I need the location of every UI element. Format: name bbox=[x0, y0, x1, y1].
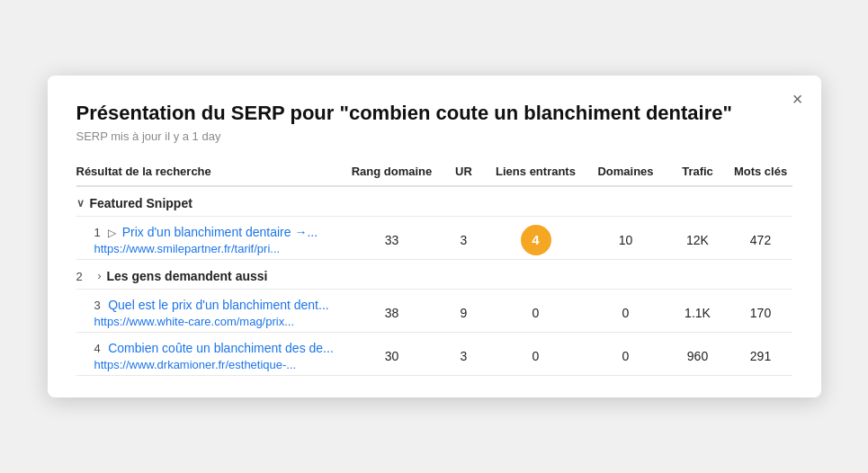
col-domaines-value: 10 bbox=[586, 233, 667, 247]
col-ur-3: 9 bbox=[442, 306, 487, 320]
result-title-link[interactable]: Prix d'un blanchiment dentaire →... bbox=[122, 225, 318, 239]
liens-badge: 4 bbox=[521, 225, 551, 255]
col-trafic-value: 12K bbox=[667, 233, 729, 247]
col-rang-3: 38 bbox=[343, 306, 442, 320]
les-gens-chevron: › bbox=[98, 270, 102, 282]
col-rang-4: 30 bbox=[343, 349, 442, 363]
result-url-link-4[interactable]: https://www.drkamioner.fr/esthetique-... bbox=[94, 358, 343, 371]
result-url-link[interactable]: https://www.smilepartner.fr/tarif/pri... bbox=[94, 242, 343, 255]
col-liens-4: 0 bbox=[487, 349, 586, 363]
result-title-link-4[interactable]: Combien coûte un blanchiment des de... bbox=[108, 341, 334, 355]
col-trafic-3: 1.1K bbox=[667, 306, 729, 320]
result-cell-3: 3 Quel est le prix d'un blanchiment dent… bbox=[76, 297, 343, 328]
table-row: 1 ▷ Prix d'un blanchiment dentaire →... … bbox=[76, 217, 792, 260]
result-rank-4: 4 bbox=[94, 342, 101, 355]
col-domaines-3: 0 bbox=[586, 306, 667, 320]
serp-modal: × Présentation du SERP pour "combien cou… bbox=[48, 76, 821, 398]
col-header-mots: Mots clés bbox=[729, 165, 792, 178]
modal-subtitle: SERP mis à jour il y a 1 day bbox=[76, 129, 792, 143]
les-gens-number: 2 bbox=[76, 270, 98, 283]
col-domaines-4: 0 bbox=[586, 349, 667, 363]
serp-table: Résultat de la recherche Rang domaine UR… bbox=[76, 165, 792, 376]
result-rank: 1 bbox=[94, 226, 101, 239]
table-header: Résultat de la recherche Rang domaine UR… bbox=[76, 165, 792, 187]
col-header-liens: Liens entrants bbox=[487, 165, 586, 178]
table-row: 4 Combien coûte un blanchiment des de...… bbox=[76, 333, 792, 376]
result-rank-3: 3 bbox=[94, 299, 101, 312]
col-rang-value: 33 bbox=[343, 233, 442, 247]
featured-snippet-chevron: ∨ bbox=[76, 197, 85, 210]
col-header-result: Résultat de la recherche bbox=[76, 165, 343, 178]
result-type-icon: ▷ bbox=[108, 227, 116, 239]
result-cell: 1 ▷ Prix d'un blanchiment dentaire →... … bbox=[76, 224, 343, 255]
col-liens-3: 0 bbox=[487, 306, 586, 320]
result-url-link-3[interactable]: https://www.white-care.com/mag/prix... bbox=[94, 315, 343, 328]
col-header-rang: Rang domaine bbox=[343, 165, 442, 178]
featured-snippet-label: Featured Snippet bbox=[90, 196, 192, 210]
featured-snippet-section-header[interactable]: ∨ Featured Snippet bbox=[76, 187, 792, 217]
result-title-link-3[interactable]: Quel est le prix d'un blanchiment dent..… bbox=[108, 298, 328, 312]
col-ur-4: 3 bbox=[442, 349, 487, 363]
les-gens-label: Les gens demandent aussi bbox=[107, 269, 268, 283]
result-cell-4: 4 Combien coûte un blanchiment des de...… bbox=[76, 340, 343, 371]
col-header-trafic: Trafic bbox=[667, 165, 729, 178]
col-liens-value: 4 bbox=[487, 225, 586, 255]
les-gens-section-header[interactable]: 2 › Les gens demandent aussi bbox=[76, 260, 792, 290]
col-mots-value: 472 bbox=[729, 233, 792, 247]
col-ur-value: 3 bbox=[442, 233, 487, 247]
col-mots-4: 291 bbox=[729, 349, 792, 363]
col-header-domaines: Domaines bbox=[586, 165, 667, 178]
table-row: 3 Quel est le prix d'un blanchiment dent… bbox=[76, 290, 792, 333]
modal-title: Présentation du SERP pour "combien coute… bbox=[76, 101, 792, 127]
close-button[interactable]: × bbox=[792, 90, 803, 108]
col-mots-3: 170 bbox=[729, 306, 792, 320]
col-header-ur: UR bbox=[442, 165, 487, 178]
col-trafic-4: 960 bbox=[667, 349, 729, 363]
